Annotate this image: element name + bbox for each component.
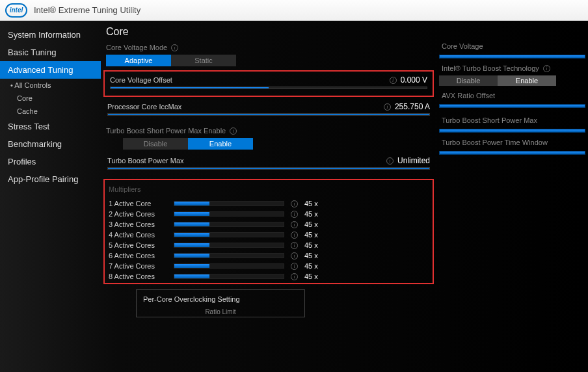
- info-icon[interactable]: i: [390, 77, 397, 84]
- multiplier-value: 45 x: [304, 231, 330, 239]
- core-voltage-mode-label: Core Voltage Mode i: [103, 42, 434, 53]
- per-core-title: Per-Core Overclocking Setting: [143, 295, 298, 303]
- right-core-voltage-slider[interactable]: [439, 55, 585, 59]
- slider-fill: [174, 243, 209, 247]
- multiplier-label: 3 Active Cores: [109, 220, 167, 228]
- toggle-static[interactable]: Static: [171, 55, 236, 66]
- slider-fill: [111, 87, 269, 88]
- right-core-voltage-label: Core Voltage: [442, 42, 483, 50]
- core-voltage-mode-toggle[interactable]: Adaptive Static: [106, 55, 236, 66]
- nav-advanced-tuning[interactable]: Advanced Tuning: [0, 61, 101, 79]
- multiplier-value: 45 x: [304, 252, 330, 259]
- slider-fill: [108, 114, 429, 115]
- right-tb-time-slider[interactable]: [439, 151, 585, 155]
- right-avx-slider[interactable]: [439, 104, 585, 108]
- info-icon[interactable]: i: [171, 44, 178, 51]
- highlight-multipliers: Multipliers 1 Active Corei45 x2 Active C…: [103, 179, 434, 284]
- iccmax-label: Processor Core IccMax: [107, 103, 181, 111]
- info-icon[interactable]: i: [291, 242, 298, 249]
- nav-benchmarking[interactable]: Benchmarking: [0, 135, 101, 153]
- info-icon[interactable]: i: [291, 200, 298, 207]
- multiplier-slider[interactable]: [174, 253, 284, 258]
- multiplier-value: 45 x: [304, 241, 330, 249]
- tb-short-enable-label: Turbo Boost Short Power Max Enable: [106, 127, 226, 135]
- core-voltage-mode-text: Core Voltage Mode: [106, 44, 167, 51]
- per-core-sub: Ratio Limit: [143, 308, 298, 315]
- multiplier-row: 7 Active Coresi45 x: [106, 261, 431, 271]
- toggle-disable[interactable]: Disable: [439, 75, 498, 86]
- toggle-disable[interactable]: Disable: [123, 138, 188, 150]
- multiplier-label: 4 Active Cores: [109, 231, 167, 239]
- app-title: Intel® Extreme Tuning Utility: [34, 5, 140, 15]
- multiplier-row: 3 Active Coresi45 x: [106, 219, 431, 230]
- multiplier-label: 7 Active Cores: [109, 262, 167, 270]
- multiplier-label: 2 Active Cores: [109, 210, 167, 218]
- nav-sub-core[interactable]: Core: [0, 92, 101, 105]
- multiplier-row: 1 Active Corei45 x: [106, 198, 431, 209]
- multipliers-title: Multipliers: [106, 181, 431, 198]
- multiplier-value: 45 x: [304, 210, 330, 218]
- tb-power-max-slider[interactable]: [107, 167, 430, 170]
- multiplier-label: 5 Active Cores: [109, 241, 167, 249]
- multiplier-row: 4 Active Coresi45 x: [106, 230, 431, 240]
- multiplier-label: 1 Active Core: [109, 200, 167, 207]
- iccmax-slider[interactable]: [107, 113, 430, 116]
- nav-stress-test[interactable]: Stress Test: [0, 118, 101, 135]
- slider-fill: [174, 222, 209, 226]
- slider-fill: [108, 168, 429, 169]
- multiplier-row: 8 Active Coresi45 x: [106, 271, 431, 282]
- slider-fill: [174, 264, 209, 268]
- info-icon[interactable]: i: [291, 273, 298, 280]
- multiplier-row: 6 Active Coresi45 x: [106, 250, 431, 261]
- multiplier-value: 45 x: [304, 220, 330, 228]
- slider-fill: [174, 233, 209, 237]
- right-turbo-tech-label: Intel® Turbo Boost Technology: [442, 64, 539, 72]
- nav-app-profile-pairing[interactable]: App-Profile Pairing: [0, 170, 101, 188]
- slider-fill: [174, 212, 209, 216]
- slider-fill: [174, 274, 209, 278]
- multiplier-slider[interactable]: [174, 243, 284, 248]
- info-icon[interactable]: i: [230, 127, 237, 135]
- multiplier-value: 45 x: [304, 272, 330, 280]
- multiplier-row: 2 Active Coresi45 x: [106, 209, 431, 219]
- sidebar: System Information Basic Tuning Advanced…: [0, 21, 101, 372]
- slider-fill: [174, 254, 209, 258]
- slider-fill: [174, 202, 209, 206]
- core-voltage-offset-slider[interactable]: [110, 86, 427, 89]
- multiplier-slider[interactable]: [174, 232, 284, 237]
- info-icon[interactable]: i: [291, 252, 298, 259]
- toggle-enable[interactable]: Enable: [188, 138, 253, 150]
- multiplier-slider[interactable]: [174, 263, 284, 269]
- info-icon[interactable]: i: [291, 232, 298, 239]
- core-voltage-offset-label: Core Voltage Offset: [110, 76, 172, 84]
- right-turbo-tech-toggle[interactable]: Disable Enable: [439, 75, 556, 86]
- nav-profiles[interactable]: Profiles: [0, 153, 101, 170]
- right-tb-short-label: Turbo Boost Short Power Max: [442, 116, 537, 124]
- toggle-enable[interactable]: Enable: [498, 75, 556, 86]
- info-icon[interactable]: i: [291, 211, 298, 218]
- tb-short-enable-toggle[interactable]: Disable Enable: [123, 138, 253, 150]
- info-icon[interactable]: i: [291, 263, 298, 270]
- intel-logo: intel: [5, 3, 27, 18]
- right-tb-short-slider[interactable]: [439, 129, 585, 133]
- multiplier-slider[interactable]: [174, 211, 284, 217]
- nav-sub-cache[interactable]: Cache: [0, 105, 101, 118]
- multiplier-slider[interactable]: [174, 274, 284, 279]
- multiplier-slider[interactable]: [174, 201, 284, 206]
- nav-system-information[interactable]: System Information: [0, 26, 101, 44]
- info-icon[interactable]: i: [384, 103, 391, 111]
- multiplier-label: 6 Active Cores: [109, 252, 167, 259]
- info-icon[interactable]: i: [386, 157, 394, 165]
- nav-basic-tuning[interactable]: Basic Tuning: [0, 44, 101, 61]
- info-icon[interactable]: i: [543, 65, 550, 72]
- per-core-box: Per-Core Overclocking Setting Ratio Limi…: [136, 289, 305, 317]
- highlight-voltage-offset: Core Voltage Offset i 0.000 V: [103, 70, 434, 97]
- titlebar: intel Intel® Extreme Tuning Utility: [0, 0, 588, 21]
- info-icon[interactable]: i: [291, 221, 298, 228]
- core-voltage-offset-value: 0.000 V: [401, 75, 427, 85]
- nav-sub-all-controls[interactable]: All Controls: [0, 79, 101, 92]
- right-avx-label: AVX Ratio Offset: [442, 92, 495, 100]
- multiplier-slider[interactable]: [174, 222, 284, 227]
- multiplier-value: 45 x: [304, 262, 330, 270]
- toggle-adaptive[interactable]: Adaptive: [106, 55, 171, 66]
